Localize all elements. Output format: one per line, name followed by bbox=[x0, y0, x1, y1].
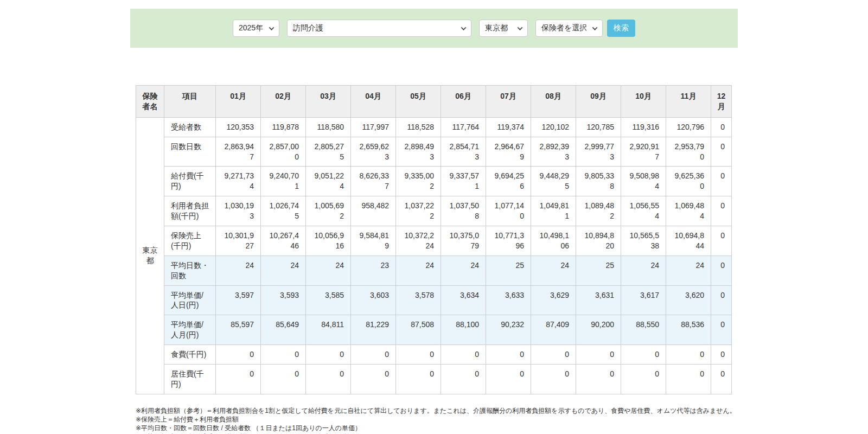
value-cell: 88,100 bbox=[441, 315, 486, 345]
value-cell: 0 bbox=[711, 285, 732, 315]
table-body: 東京都受給者数120,353119,878118,580117,997118,5… bbox=[136, 117, 732, 394]
month-column-header: 07月 bbox=[486, 86, 531, 118]
value-cell: 0 bbox=[666, 345, 711, 365]
value-cell: 24 bbox=[666, 256, 711, 285]
month-column-header: 12月 bbox=[711, 86, 732, 118]
value-cell: 120,785 bbox=[576, 117, 621, 137]
value-cell: 85,597 bbox=[216, 315, 261, 345]
value-cell: 119,374 bbox=[486, 117, 531, 137]
insurer-select[interactable]: 保険者を選択 bbox=[535, 20, 603, 37]
value-cell: 24 bbox=[396, 256, 441, 285]
insurer-column-header: 保険者名 bbox=[136, 86, 164, 118]
footnote-line: ※平均日数・回数＝回数日数 / 受給者数 （１日または1回ありの一人の単価） bbox=[136, 424, 738, 432]
value-cell: 2,953,790 bbox=[666, 137, 711, 167]
value-cell: 9,805,338 bbox=[576, 167, 621, 196]
page-container: 2025年 訪問介護 東京都 保険者を選択 検索 保険者名 項目 01月02月0… bbox=[130, 9, 738, 434]
table-wrap: 保険者名 項目 01月02月03月04月05月06月07月08月09月10月11… bbox=[130, 85, 738, 394]
value-cell: 10,372,224 bbox=[396, 226, 441, 256]
month-column-header: 03月 bbox=[306, 86, 351, 118]
value-cell: 84,811 bbox=[306, 315, 351, 345]
value-cell: 3,578 bbox=[396, 285, 441, 315]
value-cell: 0 bbox=[306, 345, 351, 365]
value-cell: 85,649 bbox=[261, 315, 306, 345]
value-cell: 3,633 bbox=[486, 285, 531, 315]
value-cell: 118,580 bbox=[306, 117, 351, 137]
value-cell: 1,026,745 bbox=[261, 196, 306, 226]
prefecture-select[interactable]: 東京都 bbox=[479, 20, 528, 37]
value-cell: 24 bbox=[621, 256, 666, 285]
value-cell: 9,271,734 bbox=[216, 167, 261, 196]
value-cell: 25 bbox=[486, 256, 531, 285]
value-cell: 0 bbox=[351, 365, 396, 394]
footnote-line: ※保険売上＝給付費＋利用者負担額 bbox=[136, 415, 738, 424]
value-cell: 3,631 bbox=[576, 285, 621, 315]
value-cell: 0 bbox=[216, 365, 261, 394]
value-cell: 3,629 bbox=[531, 285, 576, 315]
table-row: 居住費(千円)000000000000 bbox=[136, 365, 732, 394]
value-cell: 0 bbox=[666, 365, 711, 394]
value-cell: 0 bbox=[576, 365, 621, 394]
value-cell: 958,482 bbox=[351, 196, 396, 226]
month-column-header: 05月 bbox=[396, 86, 441, 118]
item-label-cell: 受給者数 bbox=[164, 117, 216, 137]
item-label-cell: 平均単価/人月(円) bbox=[164, 315, 216, 345]
table-row: 平均日数・回数24242423242425242524240 bbox=[136, 256, 732, 285]
value-cell: 3,617 bbox=[621, 285, 666, 315]
item-label-cell: 回数日数 bbox=[164, 137, 216, 167]
value-cell: 0 bbox=[711, 256, 732, 285]
value-cell: 10,894,820 bbox=[576, 226, 621, 256]
value-cell: 0 bbox=[711, 117, 732, 137]
value-cell: 0 bbox=[261, 345, 306, 365]
value-cell: 9,448,295 bbox=[531, 167, 576, 196]
value-cell: 120,796 bbox=[666, 117, 711, 137]
insurer-select-value: 保険者を選択 bbox=[541, 23, 587, 33]
year-select[interactable]: 2025年 bbox=[233, 20, 279, 37]
value-cell: 119,878 bbox=[261, 117, 306, 137]
value-cell: 3,620 bbox=[666, 285, 711, 315]
item-column-header: 項目 bbox=[164, 86, 216, 118]
value-cell: 88,536 bbox=[666, 315, 711, 345]
value-cell: 0 bbox=[711, 137, 732, 167]
value-cell: 2,854,713 bbox=[441, 137, 486, 167]
value-cell: 90,200 bbox=[576, 315, 621, 345]
value-cell: 0 bbox=[396, 345, 441, 365]
table-row: 給付費(千円)9,271,7349,240,7019,051,2248,626,… bbox=[136, 167, 732, 196]
value-cell: 23 bbox=[351, 256, 396, 285]
value-cell: 0 bbox=[486, 365, 531, 394]
value-cell: 0 bbox=[531, 365, 576, 394]
item-label-cell: 食費(千円) bbox=[164, 345, 216, 365]
value-cell: 9,240,701 bbox=[261, 167, 306, 196]
month-column-header: 06月 bbox=[441, 86, 486, 118]
value-cell: 1,037,508 bbox=[441, 196, 486, 226]
table-row: 保険売上(千円)10,301,92710,267,44610,056,9169,… bbox=[136, 226, 732, 256]
monthly-data-table: 保険者名 項目 01月02月03月04月05月06月07月08月09月10月11… bbox=[136, 85, 732, 394]
item-label-cell: 平均単価/人日(円) bbox=[164, 285, 216, 315]
table-row: 東京都受給者数120,353119,878118,580117,997118,5… bbox=[136, 117, 732, 137]
table-row: 利用者負担額(千円)1,030,1931,026,7451,005,692958… bbox=[136, 196, 732, 226]
value-cell: 2,857,000 bbox=[261, 137, 306, 167]
value-cell: 119,316 bbox=[621, 117, 666, 137]
month-column-header: 02月 bbox=[261, 86, 306, 118]
value-cell: 81,229 bbox=[351, 315, 396, 345]
value-cell: 0 bbox=[531, 345, 576, 365]
value-cell: 120,353 bbox=[216, 117, 261, 137]
value-cell: 0 bbox=[396, 365, 441, 394]
value-cell: 10,375,079 bbox=[441, 226, 486, 256]
value-cell: 24 bbox=[306, 256, 351, 285]
value-cell: 1,056,554 bbox=[621, 196, 666, 226]
value-cell: 120,102 bbox=[531, 117, 576, 137]
value-cell: 9,584,819 bbox=[351, 226, 396, 256]
value-cell: 0 bbox=[216, 345, 261, 365]
value-cell: 10,694,844 bbox=[666, 226, 711, 256]
value-cell: 9,625,360 bbox=[666, 167, 711, 196]
value-cell: 1,005,692 bbox=[306, 196, 351, 226]
value-cell: 3,593 bbox=[261, 285, 306, 315]
month-column-header: 10月 bbox=[621, 86, 666, 118]
value-cell: 0 bbox=[306, 365, 351, 394]
search-button[interactable]: 検索 bbox=[607, 20, 635, 37]
service-select[interactable]: 訪問介護 bbox=[287, 20, 471, 37]
table-row: 平均単価/人日(円)3,5973,5933,5853,6033,5783,634… bbox=[136, 285, 732, 315]
item-label-cell: 平均日数・回数 bbox=[164, 256, 216, 285]
value-cell: 1,049,811 bbox=[531, 196, 576, 226]
value-cell: 2,964,679 bbox=[486, 137, 531, 167]
